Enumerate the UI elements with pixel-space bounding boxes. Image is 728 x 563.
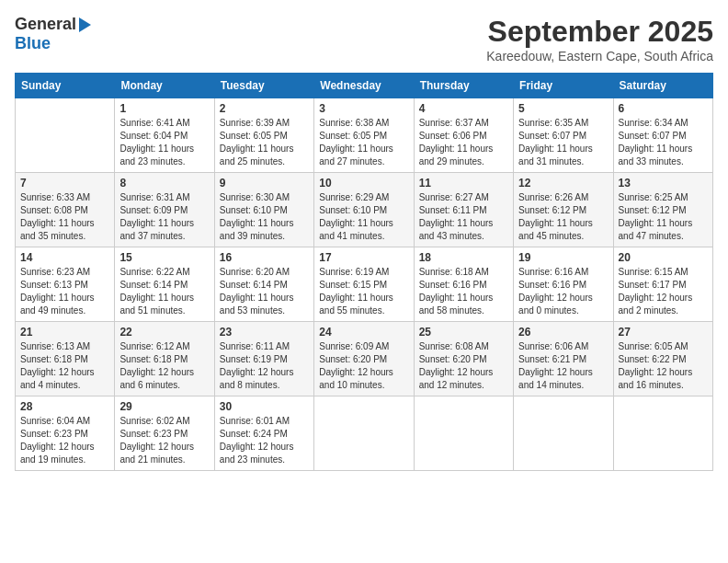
day-cell: 30Sunrise: 6:01 AM Sunset: 6:24 PM Dayli…: [214, 396, 313, 471]
day-cell: 10Sunrise: 6:29 AM Sunset: 6:10 PM Dayli…: [314, 173, 414, 247]
day-number: 16: [220, 251, 309, 264]
day-number: 4: [419, 102, 508, 115]
logo-arrow-icon: [79, 17, 91, 32]
day-info: Sunrise: 6:02 AM Sunset: 6:23 PM Dayligh…: [119, 415, 209, 466]
day-info: Sunrise: 6:06 AM Sunset: 6:21 PM Dayligh…: [518, 340, 608, 392]
day-cell: 11Sunrise: 6:27 AM Sunset: 6:11 PM Dayli…: [414, 173, 513, 247]
day-number: 27: [619, 326, 708, 339]
day-info: Sunrise: 6:05 AM Sunset: 6:22 PM Dayligh…: [619, 340, 708, 392]
header-cell-friday: Friday: [514, 74, 613, 98]
day-cell: [16, 98, 115, 173]
week-row-5: 28Sunrise: 6:04 AM Sunset: 6:23 PM Dayli…: [16, 396, 713, 471]
day-number: 20: [619, 251, 708, 264]
header-cell-saturday: Saturday: [613, 74, 712, 98]
logo-blue-text: Blue: [15, 34, 51, 52]
day-info: Sunrise: 6:18 AM Sunset: 6:16 PM Dayligh…: [419, 266, 508, 317]
header-cell-sunday: Sunday: [16, 74, 115, 98]
day-info: Sunrise: 6:12 AM Sunset: 6:18 PM Dayligh…: [119, 340, 209, 392]
logo-general-text: General: [15, 15, 76, 34]
day-cell: 18Sunrise: 6:18 AM Sunset: 6:16 PM Dayli…: [414, 247, 513, 322]
day-number: 28: [20, 400, 109, 413]
day-cell: 9Sunrise: 6:30 AM Sunset: 6:10 PM Daylig…: [214, 173, 313, 247]
day-cell: 25Sunrise: 6:08 AM Sunset: 6:20 PM Dayli…: [414, 322, 513, 396]
day-number: 22: [119, 326, 209, 339]
day-info: Sunrise: 6:25 AM Sunset: 6:12 PM Dayligh…: [619, 191, 708, 243]
day-number: 15: [119, 251, 209, 264]
day-number: 30: [220, 400, 309, 413]
day-info: Sunrise: 6:41 AM Sunset: 6:04 PM Dayligh…: [119, 117, 209, 168]
title-block: September 2025 Kareedouw, Eastern Cape, …: [486, 15, 713, 63]
header-cell-thursday: Thursday: [414, 74, 513, 98]
day-info: Sunrise: 6:27 AM Sunset: 6:11 PM Dayligh…: [419, 191, 508, 243]
calendar-header: SundayMondayTuesdayWednesdayThursdayFrid…: [16, 74, 713, 98]
day-number: 13: [619, 177, 708, 190]
day-info: Sunrise: 6:01 AM Sunset: 6:24 PM Dayligh…: [220, 415, 309, 466]
day-number: 6: [619, 102, 708, 115]
day-number: 2: [220, 102, 309, 115]
day-cell: 29Sunrise: 6:02 AM Sunset: 6:23 PM Dayli…: [115, 396, 214, 471]
day-info: Sunrise: 6:16 AM Sunset: 6:16 PM Dayligh…: [518, 266, 608, 317]
day-info: Sunrise: 6:38 AM Sunset: 6:05 PM Dayligh…: [319, 117, 408, 168]
day-number: 12: [518, 177, 608, 190]
day-number: 24: [319, 326, 408, 339]
day-cell: 4Sunrise: 6:37 AM Sunset: 6:06 PM Daylig…: [414, 98, 513, 173]
day-cell: 2Sunrise: 6:39 AM Sunset: 6:05 PM Daylig…: [214, 98, 313, 173]
week-row-2: 7Sunrise: 6:33 AM Sunset: 6:08 PM Daylig…: [16, 173, 713, 247]
day-number: 29: [119, 400, 209, 413]
day-info: Sunrise: 6:22 AM Sunset: 6:14 PM Dayligh…: [119, 266, 209, 317]
header-cell-monday: Monday: [115, 74, 214, 98]
day-cell: 27Sunrise: 6:05 AM Sunset: 6:22 PM Dayli…: [613, 322, 712, 396]
day-info: Sunrise: 6:30 AM Sunset: 6:10 PM Dayligh…: [220, 191, 309, 243]
day-cell: 17Sunrise: 6:19 AM Sunset: 6:15 PM Dayli…: [314, 247, 414, 322]
week-row-3: 14Sunrise: 6:23 AM Sunset: 6:13 PM Dayli…: [16, 247, 713, 322]
day-cell: [514, 396, 613, 471]
day-cell: 6Sunrise: 6:34 AM Sunset: 6:07 PM Daylig…: [613, 98, 712, 173]
day-number: 25: [419, 326, 508, 339]
day-info: Sunrise: 6:08 AM Sunset: 6:20 PM Dayligh…: [419, 340, 508, 392]
day-info: Sunrise: 6:31 AM Sunset: 6:09 PM Dayligh…: [119, 191, 209, 243]
day-info: Sunrise: 6:26 AM Sunset: 6:12 PM Dayligh…: [518, 191, 608, 243]
header-cell-tuesday: Tuesday: [214, 74, 313, 98]
day-cell: [414, 396, 513, 471]
day-cell: 26Sunrise: 6:06 AM Sunset: 6:21 PM Dayli…: [514, 322, 613, 396]
header-cell-wednesday: Wednesday: [314, 74, 414, 98]
day-cell: 20Sunrise: 6:15 AM Sunset: 6:17 PM Dayli…: [613, 247, 712, 322]
day-cell: 5Sunrise: 6:35 AM Sunset: 6:07 PM Daylig…: [514, 98, 613, 173]
day-cell: 23Sunrise: 6:11 AM Sunset: 6:19 PM Dayli…: [214, 322, 313, 396]
header-row: SundayMondayTuesdayWednesdayThursdayFrid…: [16, 74, 713, 98]
day-number: 8: [119, 177, 209, 190]
day-number: 19: [518, 251, 608, 264]
day-cell: 22Sunrise: 6:12 AM Sunset: 6:18 PM Dayli…: [115, 322, 214, 396]
day-info: Sunrise: 6:19 AM Sunset: 6:15 PM Dayligh…: [319, 266, 408, 317]
day-cell: 24Sunrise: 6:09 AM Sunset: 6:20 PM Dayli…: [314, 322, 414, 396]
day-cell: 16Sunrise: 6:20 AM Sunset: 6:14 PM Dayli…: [214, 247, 313, 322]
day-cell: 7Sunrise: 6:33 AM Sunset: 6:08 PM Daylig…: [16, 173, 115, 247]
day-cell: 13Sunrise: 6:25 AM Sunset: 6:12 PM Dayli…: [613, 173, 712, 247]
day-number: 9: [220, 177, 309, 190]
day-info: Sunrise: 6:34 AM Sunset: 6:07 PM Dayligh…: [619, 117, 708, 168]
day-cell: 15Sunrise: 6:22 AM Sunset: 6:14 PM Dayli…: [115, 247, 214, 322]
day-info: Sunrise: 6:04 AM Sunset: 6:23 PM Dayligh…: [20, 415, 109, 466]
week-row-4: 21Sunrise: 6:13 AM Sunset: 6:18 PM Dayli…: [16, 322, 713, 396]
day-number: 18: [419, 251, 508, 264]
day-info: Sunrise: 6:09 AM Sunset: 6:20 PM Dayligh…: [319, 340, 408, 392]
day-number: 21: [20, 326, 109, 339]
day-number: 23: [220, 326, 309, 339]
calendar-table: SundayMondayTuesdayWednesdayThursdayFrid…: [15, 73, 713, 471]
day-cell: 12Sunrise: 6:26 AM Sunset: 6:12 PM Dayli…: [514, 173, 613, 247]
day-number: 14: [20, 251, 109, 264]
month-title: September 2025: [486, 15, 713, 49]
day-cell: 28Sunrise: 6:04 AM Sunset: 6:23 PM Dayli…: [16, 396, 115, 471]
day-number: 1: [119, 102, 209, 115]
day-number: 3: [319, 102, 408, 115]
day-info: Sunrise: 6:13 AM Sunset: 6:18 PM Dayligh…: [20, 340, 109, 392]
day-info: Sunrise: 6:11 AM Sunset: 6:19 PM Dayligh…: [220, 340, 309, 392]
day-info: Sunrise: 6:20 AM Sunset: 6:14 PM Dayligh…: [220, 266, 309, 317]
day-info: Sunrise: 6:39 AM Sunset: 6:05 PM Dayligh…: [220, 117, 309, 168]
day-number: 26: [518, 326, 608, 339]
day-number: 7: [20, 177, 109, 190]
day-cell: 1Sunrise: 6:41 AM Sunset: 6:04 PM Daylig…: [115, 98, 214, 173]
logo: General Blue: [15, 15, 91, 53]
day-info: Sunrise: 6:23 AM Sunset: 6:13 PM Dayligh…: [20, 266, 109, 317]
day-cell: 14Sunrise: 6:23 AM Sunset: 6:13 PM Dayli…: [16, 247, 115, 322]
